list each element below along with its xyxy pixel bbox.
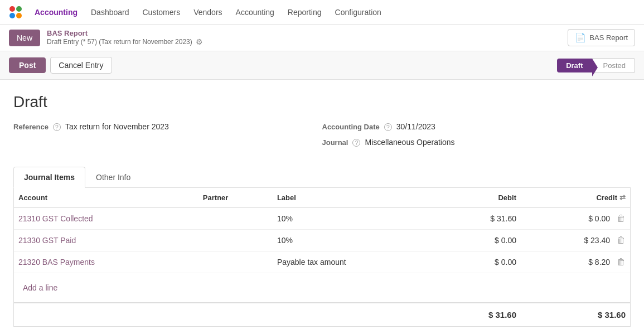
row3-credit-value: $ 8.20: [588, 258, 610, 267]
row3-delete-icon[interactable]: 🗑: [617, 257, 626, 267]
journal-table: Account Partner Label Debit Credit ⇄ 213…: [14, 188, 630, 326]
table-row: 21330 GST Paid 10% $ 0.00 $ 23.40 🗑: [14, 230, 630, 251]
tab-other-info[interactable]: Other Info: [85, 167, 141, 187]
post-button[interactable]: Post: [9, 57, 46, 73]
row1-label: 10%: [273, 208, 441, 230]
row3-account[interactable]: 21320 BAS Payments: [14, 251, 198, 273]
svg-point-2: [9, 13, 15, 18]
col-label: Label: [273, 188, 441, 208]
toolbar: Post Cancel Entry Draft Posted: [0, 51, 644, 80]
accounting-date-help[interactable]: ?: [384, 123, 392, 131]
reference-field-row: Reference ? Tax return for November 2023: [13, 122, 322, 131]
row1-debit: $ 31.60: [441, 208, 521, 230]
row1-partner: [198, 208, 273, 230]
tab-content: Account Partner Label Debit Credit ⇄ 213…: [13, 188, 631, 327]
total-debit: $ 31.60: [441, 303, 521, 326]
row2-credit-value: $ 23.40: [584, 236, 610, 245]
action-bar: New BAS Report Draft Entry (* 57) (Tax r…: [0, 25, 644, 51]
bas-report-button[interactable]: 📄 BAS Report: [568, 29, 635, 46]
journal-field-row: Journal ? Miscellaneous Operations: [322, 138, 631, 147]
page-title: Draft: [13, 93, 631, 111]
nav-reporting[interactable]: Reporting: [282, 6, 327, 19]
row3-partner: [198, 251, 273, 273]
fields-grid: Reference ? Tax return for November 2023…: [13, 122, 631, 153]
journal-help[interactable]: ?: [352, 139, 360, 147]
totals-row: $ 31.60 $ 31.60: [14, 303, 630, 326]
breadcrumb-title[interactable]: BAS Report: [47, 29, 203, 37]
table-row: 21310 GST Collected 10% $ 31.60 $ 0.00 🗑: [14, 208, 630, 230]
journal-value: Miscellaneous Operations: [365, 138, 454, 147]
row1-account[interactable]: 21310 GST Collected: [14, 208, 198, 230]
status-posted[interactable]: Posted: [592, 58, 635, 73]
add-line-button[interactable]: Add a line: [18, 279, 62, 297]
row2-account[interactable]: 21330 GST Paid: [14, 230, 198, 251]
accounting-date-value: 30/11/2023: [396, 122, 435, 131]
reference-label: Reference: [13, 123, 49, 131]
nav-app-name[interactable]: Accounting: [29, 6, 83, 19]
reference-value: Tax return for November 2023: [65, 122, 169, 131]
row1-delete-icon[interactable]: 🗑: [617, 214, 626, 223]
nav-customers[interactable]: Customers: [137, 6, 186, 19]
status-draft[interactable]: Draft: [557, 59, 592, 72]
col-debit: Debit: [441, 188, 521, 208]
cancel-entry-button[interactable]: Cancel Entry: [50, 57, 112, 74]
new-button[interactable]: New: [9, 30, 40, 46]
total-credit: $ 31.60: [521, 303, 630, 326]
app-logo: [9, 6, 22, 19]
accounting-date-field-row: Accounting Date ? 30/11/2023: [322, 122, 631, 131]
bas-report-label: BAS Report: [589, 33, 628, 42]
col-account: Account: [14, 188, 198, 208]
journal-label: Journal: [322, 138, 348, 147]
nav-accounting[interactable]: Accounting: [230, 6, 280, 19]
row2-delete-icon[interactable]: 🗑: [617, 235, 626, 245]
nav-configuration[interactable]: Configuration: [330, 6, 387, 19]
row3-credit: $ 8.20 🗑: [521, 251, 630, 273]
column-settings-icon[interactable]: ⇄: [619, 193, 626, 202]
svg-point-1: [16, 6, 22, 12]
right-fields: Accounting Date ? 30/11/2023 Journal ? M…: [322, 122, 631, 153]
table-header-row: Account Partner Label Debit Credit ⇄: [14, 188, 630, 208]
credit-label: Credit: [596, 193, 617, 202]
row2-credit: $ 23.40 🗑: [521, 230, 630, 251]
row1-credit-value: $ 0.00: [588, 214, 610, 223]
svg-point-0: [9, 6, 15, 12]
reference-help[interactable]: ?: [53, 123, 61, 131]
row3-label: Payable tax amount: [273, 251, 441, 273]
row2-debit: $ 0.00: [441, 230, 521, 251]
table-row: 21320 BAS Payments Payable tax amount $ …: [14, 251, 630, 273]
col-credit: Credit ⇄: [521, 188, 630, 208]
row2-partner: [198, 230, 273, 251]
status-bar: Draft Posted: [557, 58, 635, 73]
top-nav: Accounting Dashboard Customers Vendors A…: [0, 0, 644, 25]
row1-credit: $ 0.00 🗑: [521, 208, 630, 230]
nav-vendors[interactable]: Vendors: [188, 6, 227, 19]
tab-journal-items[interactable]: Journal Items: [13, 167, 85, 188]
row3-debit: $ 0.00: [441, 251, 521, 273]
accounting-date-label: Accounting Date: [322, 123, 380, 131]
main-content: Draft Reference ? Tax return for Novembe…: [0, 80, 644, 327]
left-fields: Reference ? Tax return for November 2023: [13, 122, 322, 153]
breadcrumb-sub-text: Draft Entry (* 57) (Tax return for Novem…: [47, 38, 192, 46]
gear-icon[interactable]: ⚙: [196, 37, 203, 46]
nav-dashboard[interactable]: Dashboard: [85, 6, 135, 19]
col-partner: Partner: [198, 188, 273, 208]
breadcrumb-sub: Draft Entry (* 57) (Tax return for Novem…: [47, 37, 203, 46]
row2-label: 10%: [273, 230, 441, 251]
tabs-container: Journal Items Other Info: [13, 167, 631, 188]
breadcrumb: BAS Report Draft Entry (* 57) (Tax retur…: [47, 29, 203, 46]
add-line-row: Add a line: [14, 273, 630, 303]
svg-point-3: [16, 13, 22, 18]
bas-report-icon: 📄: [575, 32, 586, 43]
